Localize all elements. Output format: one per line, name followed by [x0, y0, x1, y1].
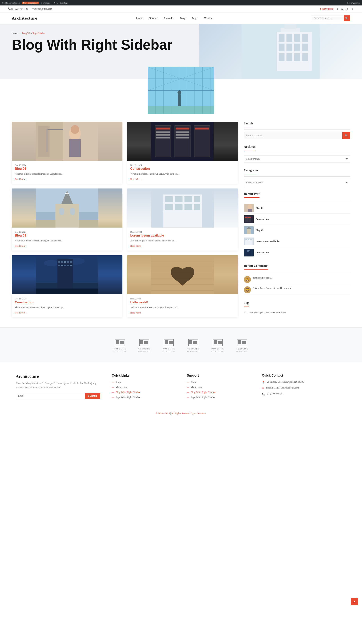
customize-link[interactable]: Customize: [41, 2, 50, 4]
nav-contact[interactable]: Contact: [204, 16, 213, 20]
footer-email-input[interactable]: [16, 393, 85, 399]
footer-support-blog-right[interactable]: Blog With Right Sidebar: [191, 391, 216, 394]
nav-service[interactable]: Service: [149, 16, 158, 20]
sidebar-categories-section: Categories Select Category: [244, 168, 350, 186]
footer-support-page-right[interactable]: Page With Right Sidebar: [191, 396, 216, 399]
svg-point-76: [44, 260, 59, 266]
header-search-button[interactable]: 🔍: [344, 15, 350, 21]
sidebar-search-input[interactable]: [244, 132, 342, 139]
tag-item[interactable]: BAD: [244, 311, 248, 314]
sidebar-recent-posts-section: Recent Post Blog 06 Construction Blog 03: [244, 192, 350, 258]
tag-item[interactable]: shirt: [276, 311, 280, 314]
read-more-link[interactable]: Read More: [130, 178, 141, 180]
read-more-link[interactable]: Read More: [15, 178, 25, 180]
recent-post-title[interactable]: Blog 06: [256, 207, 263, 210]
tag-item[interactable]: Good: [265, 311, 269, 314]
svg-rect-44: [156, 128, 170, 130]
post-image: [127, 255, 238, 294]
read-more-link[interactable]: Read More: [15, 244, 25, 247]
admin-bar: building architecture Store coming soon …: [0, 0, 362, 6]
svg-rect-49: [156, 137, 170, 138]
site-name[interactable]: building architecture: [2, 2, 20, 4]
nav-blog[interactable]: Blog ▾: [180, 16, 186, 20]
post-content: Dec 11, 2024 Construction There are many…: [12, 294, 122, 318]
svg-rect-126: [144, 341, 148, 344]
tag-item[interactable]: silver: [281, 311, 286, 314]
recent-post-title[interactable]: Construction: [256, 218, 269, 221]
brand-logo: MONOLINE ARCHITECTURE: [113, 337, 126, 352]
phone-icon: 📞: [262, 392, 265, 396]
footer-link-shop[interactable]: Shop: [116, 380, 121, 384]
post-title: Blog 06: [15, 167, 119, 170]
nav-shotcode[interactable]: Shotcode ▾: [163, 16, 174, 20]
tag-item[interactable]: cloth: [254, 311, 259, 314]
main-nav: Home Service Shotcode ▾ Blog ▾ Page ▾ Co…: [136, 16, 213, 20]
tag-item[interactable]: gold: [260, 311, 264, 314]
recent-post-item: Blog 06: [244, 202, 350, 214]
svg-rect-85: [61, 265, 63, 266]
comment-item: 🦁 admin on Product 01: [244, 274, 350, 285]
svg-rect-48: [156, 134, 170, 136]
tag-item[interactable]: paint: [271, 311, 275, 314]
footer-support-myaccount[interactable]: My account: [191, 386, 203, 389]
recent-post-title[interactable]: Lorem Ipsum available: [256, 240, 279, 243]
svg-rect-10: [279, 53, 285, 61]
arrow-icon: —: [112, 391, 114, 394]
svg-rect-9: [302, 44, 308, 51]
recent-post-title[interactable]: Construction: [256, 251, 269, 254]
footer: Architecture There Are Many Variations O…: [0, 362, 362, 421]
chevron-down-icon: ▾: [197, 17, 198, 19]
chevron-down-icon: ▾: [185, 17, 186, 19]
header-search-input[interactable]: [312, 17, 344, 20]
instagram-icon[interactable]: ◎: [341, 7, 344, 11]
svg-rect-2: [279, 34, 285, 42]
header-search[interactable]: 🔍: [312, 15, 350, 21]
footer-link-myaccount[interactable]: My account: [116, 386, 128, 389]
footer-support-shop[interactable]: Shop: [191, 380, 196, 384]
nav-page[interactable]: Page ▾: [192, 16, 198, 20]
read-more-link[interactable]: Read More: [130, 244, 141, 247]
svg-rect-134: [193, 341, 197, 344]
edit-page-link[interactable]: Edit Page: [60, 2, 68, 4]
read-more-link[interactable]: Read More: [15, 311, 25, 314]
footer-link-blog-right[interactable]: Blog With Right Sidebar: [116, 391, 141, 394]
sidebar-search-button[interactable]: 🔍: [342, 132, 350, 139]
email-icon: ✉: [262, 387, 264, 390]
archives-select[interactable]: Select Month: [244, 155, 350, 163]
email-address: ✉ support@info.com: [32, 8, 52, 10]
arrow-icon: —: [187, 386, 189, 388]
location-icon: 📍: [262, 381, 265, 384]
svg-rect-8: [294, 44, 300, 51]
brand-subtext: ARCHITECTURE: [138, 350, 151, 352]
svg-rect-103: [245, 217, 248, 218]
arrow-icon: —: [112, 396, 114, 398]
brand-subtext: ARCHITECTURE: [236, 350, 249, 352]
footer-link-item: — My account: [112, 386, 175, 389]
brand-name: MONOLINE: [138, 348, 151, 350]
site-logo[interactable]: Architecture: [12, 16, 37, 21]
footer-link-item: — Shop: [112, 380, 175, 384]
breadcrumb-home[interactable]: Home: [12, 32, 17, 35]
pinterest-icon[interactable]: 𝓅: [346, 7, 349, 11]
post-image: [12, 122, 122, 161]
categories-select[interactable]: Select Category: [244, 179, 350, 186]
post-image: [12, 188, 122, 228]
tag-item[interactable]: best: [250, 311, 253, 314]
new-link[interactable]: + New: [52, 2, 58, 4]
footer-link-page-right[interactable]: Page With Right Sidebar: [116, 396, 141, 399]
nav-home[interactable]: Home: [136, 16, 143, 20]
post-image: [127, 122, 238, 161]
footer-submit-button[interactable]: SUBMIT: [85, 393, 100, 399]
post-title: Construction: [15, 300, 119, 304]
post-content: Dec 2, 2024 Hello world! Welcome to Word…: [127, 294, 238, 318]
sidebar-search-box[interactable]: 🔍: [244, 132, 350, 139]
facebook-icon[interactable]: f: [351, 7, 354, 11]
twitter-icon[interactable]: 𝕏: [336, 7, 339, 11]
recent-post-title[interactable]: Blog 03: [256, 229, 263, 232]
post-title: Lorem Ipsum available: [130, 234, 235, 237]
svg-rect-41: [155, 126, 171, 157]
sidebar: Search 🔍 Archives Select Month Categorie…: [244, 122, 350, 320]
read-more-link[interactable]: Read More: [130, 311, 141, 314]
arrow-icon: —: [112, 386, 114, 388]
store-badge[interactable]: Store coming soon: [22, 2, 39, 4]
